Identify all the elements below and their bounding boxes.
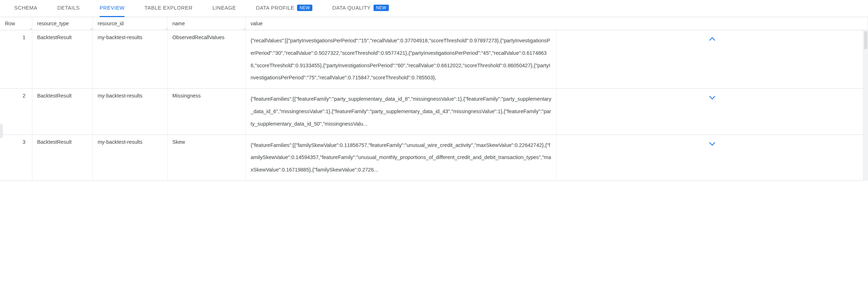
vertical-scrollbar[interactable] — [863, 31, 868, 181]
cell-row-number: 3 — [0, 134, 32, 180]
tab-label: SCHEMA — [14, 5, 37, 11]
column-resize-handle[interactable] — [164, 27, 168, 30]
scrollbar-thumb[interactable] — [864, 31, 867, 49]
column-resize-handle[interactable] — [242, 27, 246, 30]
chevron-down-icon[interactable] — [709, 94, 715, 100]
table-container: Row resource_type resource_id name value — [0, 17, 868, 181]
cell-expand — [557, 89, 868, 134]
new-badge: NEW — [297, 5, 312, 11]
cell-resource-id: my-backtest-results — [92, 89, 167, 134]
column-header-label: resource_id — [98, 21, 124, 26]
column-resize-handle[interactable] — [29, 27, 32, 30]
cell-resource-id: my-backtest-results — [92, 134, 167, 180]
cell-value: {"recallValues":[{"partyInvestigationsPe… — [245, 30, 557, 89]
table-row: 3BacktestResultmy-backtest-resultsSkew{"… — [0, 134, 868, 180]
chevron-down-icon[interactable] — [709, 139, 715, 146]
cell-value: {"featureFamilies":[{"familySkewValue":0… — [245, 134, 557, 180]
column-header-value[interactable]: value — [245, 17, 868, 30]
cell-expand — [557, 30, 868, 89]
new-badge: NEW — [374, 5, 389, 11]
tab-table-explorer[interactable]: TABLE EXPLORER — [144, 0, 192, 17]
cell-resource-type: BacktestResult — [32, 30, 92, 89]
cell-name: Missingness — [167, 89, 245, 134]
tab-label: DETAILS — [57, 5, 80, 11]
column-header-name[interactable]: name — [167, 17, 245, 30]
column-header-label: value — [251, 21, 263, 26]
tab-label: DATA PROFILE — [256, 5, 295, 11]
column-resize-handle[interactable] — [89, 27, 93, 30]
cell-row-number: 2 — [0, 89, 32, 134]
column-header-resource-type[interactable]: resource_type — [32, 17, 92, 30]
table-row: 1BacktestResultmy-backtest-resultsObserv… — [0, 30, 868, 89]
cell-resource-type: BacktestResult — [32, 134, 92, 180]
chevron-up-icon[interactable] — [709, 37, 715, 43]
tab-data-quality[interactable]: DATA QUALITYNEW — [332, 0, 389, 17]
tab-label: PREVIEW — [100, 5, 125, 11]
tab-schema[interactable]: SCHEMA — [14, 0, 37, 17]
left-panel-grip[interactable] — [0, 124, 3, 138]
column-header-label: name — [173, 21, 185, 26]
column-header-label: resource_type — [37, 21, 69, 26]
tab-label: DATA QUALITY — [332, 5, 371, 11]
column-header-resource-id[interactable]: resource_id — [92, 17, 167, 30]
cell-resource-id: my-backtest-results — [92, 30, 167, 89]
column-header-row[interactable]: Row — [0, 17, 32, 30]
tab-details[interactable]: DETAILS — [57, 0, 80, 17]
table-row: 2BacktestResultmy-backtest-resultsMissin… — [0, 89, 868, 134]
column-header-label: Row — [5, 21, 15, 26]
cell-name: Skew — [167, 134, 245, 180]
cell-row-number: 1 — [0, 30, 32, 89]
tabs-bar: SCHEMADETAILSPREVIEWTABLE EXPLORERLINEAG… — [0, 0, 868, 17]
cell-name: ObservedRecallValues — [167, 30, 245, 89]
tab-label: TABLE EXPLORER — [144, 5, 192, 11]
tab-data-profile[interactable]: DATA PROFILENEW — [256, 0, 313, 17]
preview-table: Row resource_type resource_id name value — [0, 17, 868, 181]
tab-label: LINEAGE — [212, 5, 236, 11]
tab-preview[interactable]: PREVIEW — [100, 0, 125, 17]
cell-resource-type: BacktestResult — [32, 89, 92, 134]
cell-value: {"featureFamilies":[{"featureFamily":"pa… — [245, 89, 557, 134]
tab-lineage[interactable]: LINEAGE — [212, 0, 236, 17]
cell-expand — [557, 134, 868, 180]
